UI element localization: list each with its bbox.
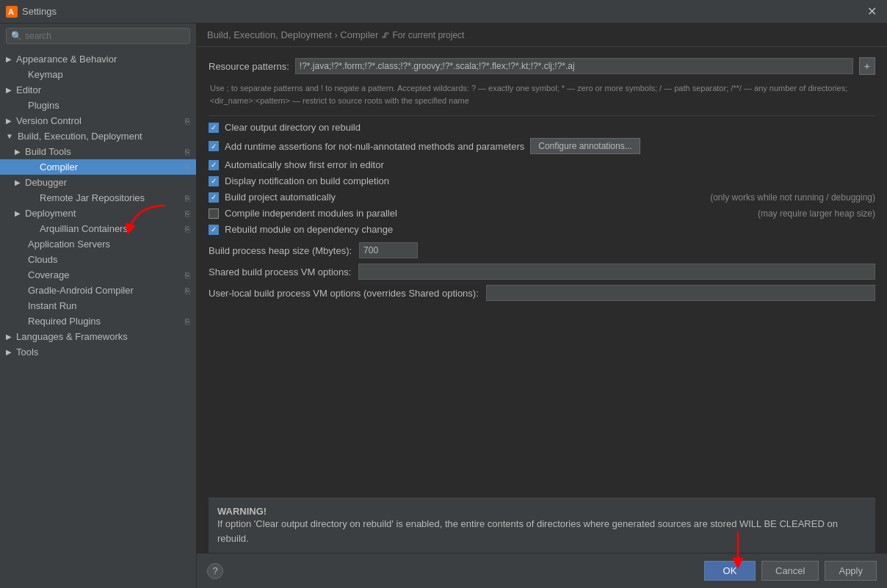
sidebar-item-required-plugins[interactable]: Required Plugins⎘ [0, 313, 196, 329]
title-bar-left: A Settings [6, 6, 57, 18]
main-content: Build, Execution, Deployment › Compiler … [197, 23, 887, 588]
option-row-runtime-assertions: Add runtime assertions for not-null-anno… [209, 138, 875, 154]
warning-box: WARNING! If option 'Clear output directo… [209, 498, 875, 553]
footer-left: ? [207, 563, 223, 579]
checkbox-rebuild-dependency[interactable] [209, 225, 219, 235]
sidebar-item-app-servers[interactable]: Application Servers [0, 236, 196, 252]
field-input-heap-size[interactable] [359, 242, 418, 258]
sidebar-item-label: Tools [16, 346, 38, 357]
search-icon: 🔍 [11, 31, 22, 41]
sidebar-item-label: Deployment [25, 208, 76, 219]
breadcrumb-project: For current project [392, 30, 464, 40]
arrow-icon: ▶ [6, 86, 12, 94]
sidebar-item-arquillian[interactable]: Arquillian Containers⎘ [0, 221, 196, 236]
sidebar-item-languages[interactable]: ▶Languages & Frameworks [0, 329, 196, 344]
sidebar-item-build-exec[interactable]: ▼Build, Execution, Deployment [0, 128, 196, 144]
arrow-icon: ▶ [6, 333, 12, 341]
close-button[interactable]: ✕ [863, 3, 881, 20]
option-row-display-notification: Display notification on build completion [209, 175, 875, 186]
resource-patterns-add-button[interactable]: + [859, 57, 875, 75]
option-label-clear-output: Clear output directory on rebuild [225, 122, 361, 133]
sidebar-tree: ▶Appearance & BehaviorKeymap▶EditorPlugi… [0, 48, 196, 588]
search-input[interactable] [25, 31, 185, 41]
resource-patterns-row: Resource patterns: + [209, 57, 875, 75]
sidebar-item-label: Plugins [28, 100, 59, 111]
sidebar-item-label: Appearance & Behavior [16, 54, 117, 65]
breadcrumb-path: Build, Execution, Deployment › Compiler [207, 29, 378, 40]
checkbox-clear-output[interactable] [209, 123, 219, 133]
arrow-icon: ▶ [6, 55, 12, 63]
copy-icon: ⎘ [185, 209, 190, 218]
sidebar: 🔍 ▶Appearance & BehaviorKeymap▶EditorPlu… [0, 23, 197, 588]
sidebar-item-label: Clouds [28, 254, 57, 265]
sidebar-item-editor[interactable]: ▶Editor [0, 82, 196, 98]
footer: ? OK Cancel Apply [197, 553, 887, 588]
copy-icon: ⎘ [185, 117, 190, 126]
sidebar-item-compiler[interactable]: Compiler⎘ [0, 159, 196, 175]
option-label-display-notification: Display notification on build completion [225, 175, 389, 186]
help-button[interactable]: ? [207, 563, 223, 579]
sidebar-item-deployment[interactable]: ▶Deployment⎘ [0, 206, 196, 221]
copy-icon: ⎘ [185, 286, 190, 295]
option-label-runtime-assertions: Add runtime assertions for not-null-anno… [225, 141, 524, 152]
apply-button[interactable]: Apply [825, 561, 877, 581]
sidebar-item-keymap[interactable]: Keymap [0, 67, 196, 82]
sidebar-item-tools[interactable]: ▶Tools [0, 344, 196, 360]
copy-icon: ⎘ [185, 163, 190, 172]
checkbox-compile-parallel[interactable] [209, 208, 219, 219]
copy-icon: ⎘ [185, 317, 190, 326]
sidebar-item-label: Coverage [28, 269, 69, 280]
sidebar-item-coverage[interactable]: Coverage⎘ [0, 267, 196, 283]
field-input-user-local-vm[interactable] [486, 285, 875, 301]
sidebar-item-label: Debugger [25, 177, 67, 188]
arrow-icon: ▶ [6, 348, 12, 356]
field-row-user-local-vm: User-local build process VM options (ove… [209, 285, 875, 301]
sidebar-item-label: Application Servers [28, 239, 110, 250]
sidebar-item-label: Gradle-Android Compiler [28, 285, 134, 296]
copy-icon: ⎘ [185, 148, 190, 156]
copy-icon: ⎘ [185, 194, 190, 203]
sidebar-item-build-tools[interactable]: ▶Build Tools⎘ [0, 144, 196, 159]
sidebar-item-appearance[interactable]: ▶Appearance & Behavior [0, 51, 196, 67]
search-box[interactable]: 🔍 [6, 28, 190, 44]
sidebar-item-version-control[interactable]: ▶Version Control⎘ [0, 113, 196, 128]
option-row-rebuild-dependency: Rebuild module on dependency change [209, 224, 875, 235]
sidebar-item-clouds[interactable]: Clouds [0, 252, 196, 267]
sidebar-item-remote-jar[interactable]: Remote Jar Repositories⎘ [0, 190, 196, 206]
svg-text:A: A [8, 7, 14, 16]
sidebar-item-label: Editor [16, 84, 41, 95]
arrow-icon: ▶ [15, 178, 21, 186]
option-row-compile-parallel: Compile independent modules in parallel(… [209, 208, 875, 219]
copy-icon: ⎘ [185, 225, 190, 233]
arrow-icon: ▶ [15, 148, 21, 156]
option-row-clear-output: Clear output directory on rebuild [209, 122, 875, 133]
sidebar-item-gradle-android[interactable]: Gradle-Android Compiler⎘ [0, 283, 196, 298]
resource-patterns-input[interactable] [295, 58, 853, 74]
checkbox-display-notification[interactable] [209, 176, 219, 186]
sidebar-item-label: Instant Run [28, 300, 77, 311]
sidebar-item-label: Arquillian Containers [40, 223, 128, 234]
configure-annotations-button[interactable]: Configure annotations... [530, 138, 640, 154]
resource-patterns-label: Resource patterns: [209, 61, 289, 72]
copy-icon: ⎘ [185, 271, 190, 280]
option-note-build-automatically: (only works while not running / debuggin… [710, 192, 875, 203]
field-row-heap-size: Build process heap size (Mbytes): [209, 242, 875, 258]
option-label-build-automatically: Build project automatically [225, 192, 336, 203]
arrow-icon: ▶ [15, 209, 21, 217]
checkbox-build-automatically[interactable] [209, 192, 219, 203]
sidebar-item-label: Required Plugins [28, 316, 101, 327]
arrow-icon: ▼ [6, 132, 13, 140]
checkbox-runtime-assertions[interactable] [209, 141, 219, 151]
option-label-compile-parallel: Compile independent modules in parallel [225, 208, 397, 219]
sidebar-item-debugger[interactable]: ▶Debugger [0, 175, 196, 190]
field-input-shared-vm[interactable] [358, 264, 875, 280]
sidebar-item-plugins[interactable]: Plugins [0, 98, 196, 113]
sidebar-item-label: Languages & Frameworks [16, 331, 128, 342]
ok-button[interactable]: OK [704, 561, 756, 581]
checkbox-show-first-error[interactable] [209, 160, 219, 170]
footer-right: OK Cancel Apply [704, 561, 877, 581]
breadcrumb: Build, Execution, Deployment › Compiler … [197, 23, 887, 47]
cancel-button[interactable]: Cancel [761, 561, 819, 581]
sidebar-item-instant-run[interactable]: Instant Run [0, 298, 196, 313]
app-icon: A [6, 6, 18, 18]
